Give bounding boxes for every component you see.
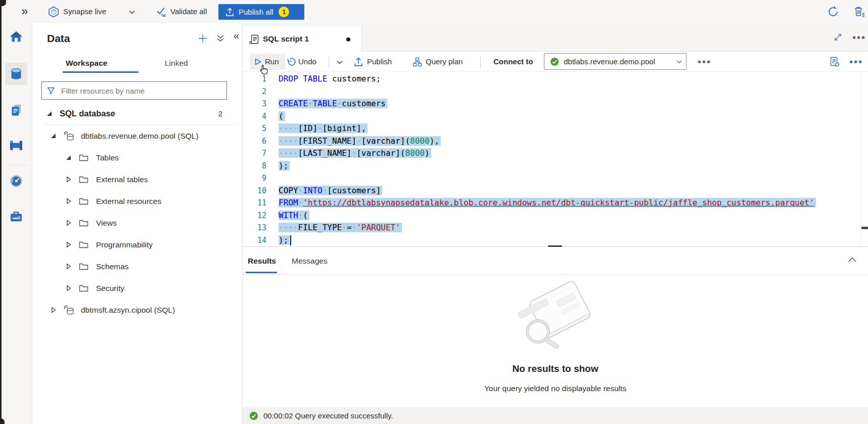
code-line[interactable]: 6····[FIRST_NAME]·[varchar](8000), xyxy=(243,135,868,148)
synapse-studio-window: » Synapse live Validate all Publish all … xyxy=(0,0,868,424)
tree-row[interactable]: SQL database2 xyxy=(32,103,243,124)
expanded-expander-icon[interactable] xyxy=(45,111,53,116)
rail-item-home[interactable] xyxy=(5,25,27,48)
tree-row[interactable]: dbtlabs.revenue.demo.pool (SQL) xyxy=(32,125,243,147)
editor-scrollbar-track[interactable] xyxy=(860,72,861,247)
tree-row[interactable]: Programmability xyxy=(32,234,243,256)
collapsed-expander-icon[interactable] xyxy=(50,307,57,313)
line-number: 9 xyxy=(243,172,266,185)
refresh-icon[interactable] xyxy=(828,6,840,18)
toolbar-more-icon[interactable]: ••• xyxy=(698,52,711,72)
data-panel-title: Data xyxy=(47,32,70,45)
database-icon xyxy=(64,305,74,315)
publish-all-label: Publish all xyxy=(239,8,273,16)
expand-all-icon[interactable] xyxy=(216,34,224,43)
resource-tree: SQL database2dbtlabs.revenue.demo.pool (… xyxy=(32,103,243,321)
connect-to-label: Connect to xyxy=(493,52,533,72)
connect-to-dropdown[interactable]: dbtlabs.revenue.demo.pool xyxy=(544,53,687,70)
tree-item-label: Programmability xyxy=(96,240,153,249)
rail-item-integrate[interactable] xyxy=(5,134,27,156)
query-plan-icon xyxy=(413,57,422,67)
tree-row[interactable]: Security xyxy=(32,277,243,299)
line-number: 3 xyxy=(243,98,266,110)
sql-script-icon xyxy=(249,34,259,45)
code-line[interactable]: 5····[ID]·[bigint], xyxy=(243,122,868,135)
collapsed-expander-icon[interactable] xyxy=(65,242,72,247)
expand-editor-icon[interactable] xyxy=(833,32,843,42)
collapsed-expander-icon[interactable] xyxy=(65,264,72,269)
tree-row[interactable]: Views xyxy=(32,212,243,234)
code-line[interactable]: 4( xyxy=(243,110,868,123)
rail-item-monitor[interactable] xyxy=(5,170,27,192)
expanded-expander-icon[interactable] xyxy=(65,155,72,160)
publish-button[interactable]: Publish xyxy=(367,52,392,72)
tab-messages[interactable]: Messages xyxy=(292,247,328,275)
line-number: 14 xyxy=(243,234,266,247)
rail-divider xyxy=(7,165,27,165)
code-line[interactable]: 12WITH·( xyxy=(243,209,868,222)
sql-code-editor[interactable]: 1DROP TABLE customers;23CREATE·TABLE·cus… xyxy=(243,72,868,247)
discard-all-icon[interactable] xyxy=(853,6,865,18)
collapsed-expander-icon[interactable] xyxy=(65,285,72,291)
filter-input[interactable] xyxy=(60,86,214,96)
folder-icon xyxy=(79,219,89,227)
results-tab-underline xyxy=(246,272,277,273)
line-number: 12 xyxy=(243,209,266,222)
add-resource-icon[interactable] xyxy=(198,34,207,43)
undo-button[interactable]: Undo xyxy=(298,52,316,72)
tab-linked[interactable]: Linked xyxy=(165,55,188,74)
connected-check-icon xyxy=(550,57,559,66)
manage-icon xyxy=(9,209,23,224)
tree-item-label: Views xyxy=(96,219,117,228)
editor-scrollbar-marker[interactable] xyxy=(861,227,868,229)
toolbar-divider xyxy=(329,56,329,67)
tab-sql-script-1[interactable]: SQL script 1 xyxy=(243,26,362,52)
tree-row[interactable]: External tables xyxy=(32,168,243,190)
validate-all-button[interactable]: Validate all xyxy=(170,0,207,23)
rail-item-data[interactable] xyxy=(5,63,27,85)
tree-item-label: External resources xyxy=(96,197,161,206)
connected-pool-name: dbtlabs.revenue.demo.pool xyxy=(564,54,655,69)
code-line[interactable]: 2 xyxy=(243,86,868,98)
line-number: 8 xyxy=(243,160,266,173)
rail-item-manage[interactable] xyxy=(5,205,27,228)
environment-chevron-down-icon[interactable] xyxy=(129,10,135,14)
line-number: 10 xyxy=(243,185,266,197)
publish-all-button[interactable]: Publish all 1 xyxy=(218,4,304,20)
code-line[interactable]: 9 xyxy=(243,172,868,185)
tab-results[interactable]: Results xyxy=(248,247,276,275)
environment-selector[interactable]: Synapse live xyxy=(63,0,106,23)
collapsed-expander-icon[interactable] xyxy=(65,198,72,204)
data-panel: Data « Workspace Linked SQL database2dbt… xyxy=(32,23,243,424)
line-number: 5 xyxy=(243,122,266,135)
tree-row[interactable]: Tables xyxy=(32,147,243,168)
run-options-chevron-icon[interactable] xyxy=(337,60,343,64)
code-line[interactable]: 11FROM·'https://dbtlabsynapsedatalake.bl… xyxy=(243,197,868,209)
expand-panel-icon[interactable]: » xyxy=(18,0,31,23)
code-line[interactable]: 3CREATE·TABLE·customers xyxy=(243,98,868,110)
tab-more-actions-icon[interactable]: ••• xyxy=(852,27,866,48)
properties-icon[interactable] xyxy=(829,56,840,67)
collapse-panel-icon[interactable]: « xyxy=(234,30,239,41)
code-line[interactable]: 7····[LAST_NAME]·[varchar](8000) xyxy=(243,147,868,160)
rail-item-develop[interactable] xyxy=(5,99,27,121)
folder-icon xyxy=(79,263,89,270)
collapsed-expander-icon[interactable] xyxy=(65,177,72,182)
tree-item-label: dbtmsft.azsyn.cipool (SQL) xyxy=(81,306,175,315)
code-line[interactable]: 10COPY·INTO·[customers] xyxy=(243,185,868,197)
query-plan-button[interactable]: Query plan xyxy=(426,52,463,72)
tree-row[interactable]: Schemas xyxy=(32,256,243,277)
tree-row[interactable]: dbtmsft.azsyn.cipool (SQL) xyxy=(32,299,243,321)
collapse-results-icon[interactable] xyxy=(848,257,856,262)
expanded-expander-icon[interactable] xyxy=(50,133,57,139)
no-results-illustration xyxy=(510,281,601,357)
top-command-bar: » Synapse live Validate all Publish all … xyxy=(2,0,868,24)
code-line[interactable]: 13····FILE_TYPE·=·'PARQUET' xyxy=(243,222,868,234)
code-line[interactable]: 14); xyxy=(243,234,868,247)
tree-row[interactable]: External resources xyxy=(32,190,243,212)
code-line[interactable]: 8); xyxy=(243,160,868,173)
editor-more-actions-icon[interactable]: ••• xyxy=(849,52,863,72)
collapsed-expander-icon[interactable] xyxy=(65,220,72,226)
folder-icon xyxy=(79,154,89,161)
code-line[interactable]: 1DROP TABLE customers; xyxy=(243,73,868,86)
